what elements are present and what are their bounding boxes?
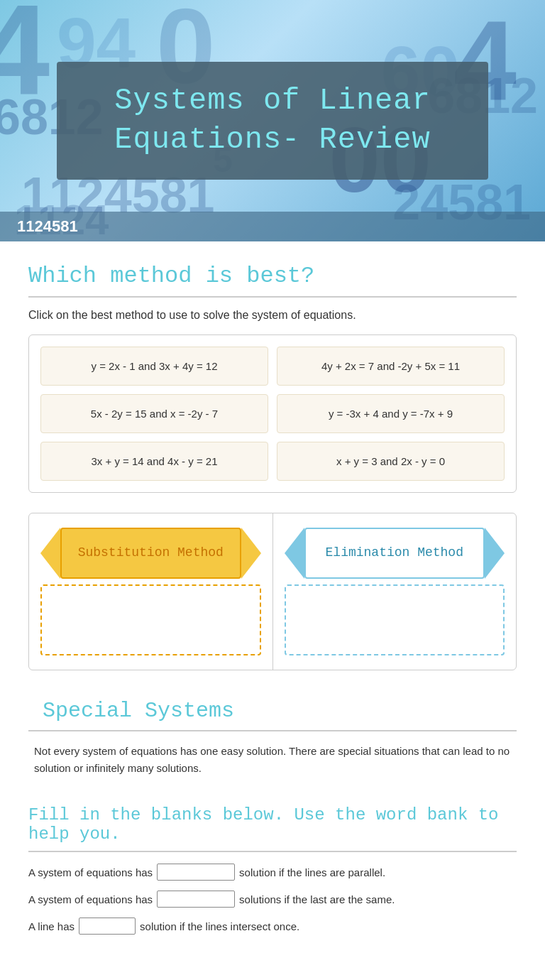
- fill-before-2: A system of equations has: [28, 893, 153, 905]
- fill-blanks-section: Fill in the blanks below. Use the word b…: [28, 805, 517, 935]
- fill-after-1: solution if the lines are parallel.: [239, 866, 385, 878]
- section-divider-2: [28, 730, 517, 731]
- equation-cell-6[interactable]: x + y = 3 and 2x - y = 0: [277, 442, 505, 481]
- fill-blank-2[interactable]: [157, 891, 235, 908]
- equation-cell-4[interactable]: y = -3x + 4 and y = -7x + 9: [277, 394, 505, 433]
- main-content: Which method is best? Click on the best …: [0, 241, 545, 977]
- elim-right-arrow: [485, 528, 505, 579]
- fill-blank-3[interactable]: [79, 918, 136, 935]
- elimination-drop-zone[interactable]: [285, 584, 505, 655]
- elim-left-arrow: [285, 528, 304, 579]
- substitution-label: Substitution Method: [70, 545, 232, 561]
- fill-line-3: A line has solution if the lines interse…: [28, 918, 517, 935]
- fill-line-2: A system of equations has solutions if t…: [28, 891, 517, 908]
- special-systems-title: Special Systems: [28, 699, 517, 723]
- fill-blanks-title: Fill in the blanks below. Use the word b…: [28, 805, 517, 844]
- fill-blank-1[interactable]: [157, 864, 235, 881]
- equation-cell-2[interactable]: 4y + 2x = 7 and -2y + 5x = 11: [277, 347, 505, 386]
- instruction-text: Click on the best method to use to solve…: [28, 309, 517, 322]
- bottom-label: 1124581: [17, 217, 78, 235]
- header-bottom-bar: 1124581: [0, 212, 545, 241]
- equation-cell-3[interactable]: 5x - 2y = 15 and x = -2y - 7: [40, 394, 268, 433]
- fill-line-1: A system of equations has solution if th…: [28, 864, 517, 881]
- fill-after-3: solution if the lines intersect once.: [140, 920, 299, 932]
- special-systems-text: Not every system of equations has one ea…: [28, 743, 517, 777]
- subst-left-arrow: [40, 528, 60, 579]
- header-background: 4 94 0 4 60 6812 6812 00 1124581 1124 24…: [0, 0, 545, 241]
- fill-before-1: A system of equations has: [28, 866, 153, 878]
- section-divider-3: [28, 851, 517, 852]
- substitution-drop-zone[interactable]: [40, 584, 261, 655]
- page-title: Systems of Linear Equations- Review: [91, 82, 454, 159]
- section-divider-1: [28, 296, 517, 298]
- fill-before-3: A line has: [28, 920, 75, 932]
- substitution-panel: Substitution Method: [29, 513, 273, 670]
- fill-after-2: solutions if the last are the same.: [239, 893, 395, 905]
- elimination-banner[interactable]: Elimination Method: [285, 528, 505, 579]
- which-method-title: Which method is best?: [28, 263, 517, 289]
- subst-right-arrow: [241, 528, 261, 579]
- equation-cell-1[interactable]: y = 2x - 1 and 3x + 4y = 12: [40, 347, 268, 386]
- subst-banner-body: Substitution Method: [60, 528, 241, 579]
- elimination-label: Elimination Method: [317, 545, 472, 561]
- which-method-section: Which method is best? Click on the best …: [28, 263, 517, 670]
- header-section: 4 94 0 4 60 6812 6812 00 1124581 1124 24…: [0, 0, 545, 241]
- special-systems-section: Special Systems Not every system of equa…: [28, 699, 517, 777]
- method-container: Substitution Method Elimination Method: [28, 513, 517, 670]
- elimination-panel: Elimination Method: [273, 513, 517, 670]
- elim-banner-body: Elimination Method: [304, 528, 485, 579]
- substitution-banner[interactable]: Substitution Method: [40, 528, 261, 579]
- title-box: Systems of Linear Equations- Review: [57, 62, 488, 179]
- equation-cell-5[interactable]: 3x + y = 14 and 4x - y = 21: [40, 442, 268, 481]
- equation-grid: y = 2x - 1 and 3x + 4y = 12 4y + 2x = 7 …: [28, 334, 517, 493]
